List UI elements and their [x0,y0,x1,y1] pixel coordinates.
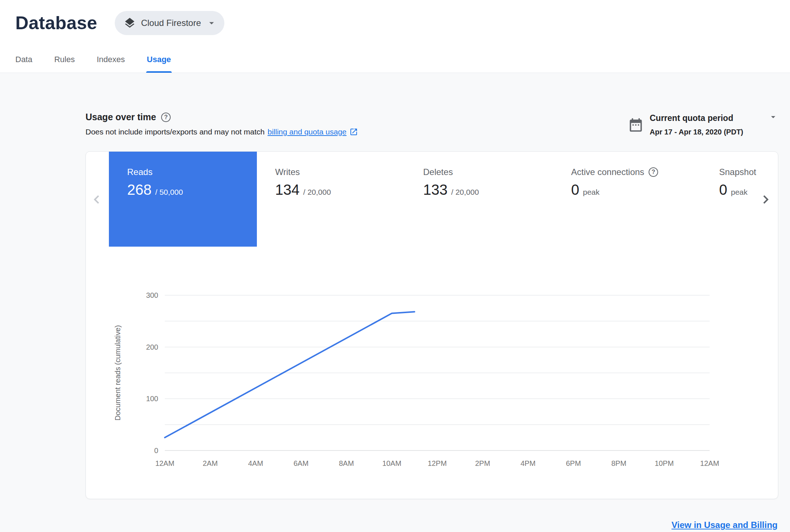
quota-period-range: Apr 17 - Apr 18, 2020 (PDT) [650,128,778,136]
tab-rules[interactable]: Rules [43,46,86,73]
page-header: Database Cloud Firestore [0,0,790,46]
svg-text:8AM: 8AM [339,459,354,467]
svg-text:12AM: 12AM [155,459,174,467]
product-selector-label: Cloud Firestore [141,18,201,28]
tab-usage[interactable]: Usage [136,46,182,73]
svg-text:4AM: 4AM [248,459,263,467]
metric-label: Deletes [423,167,453,177]
svg-text:0: 0 [154,446,158,455]
chevron-left-icon [89,191,105,208]
metric-quota: peak [583,188,600,197]
firestore-logo-icon [124,17,136,29]
carousel-prev-button[interactable] [89,191,105,208]
metric-card-snapshot-listeners[interactable]: Snapshot listeners 0 peak [701,152,757,247]
usage-section-titles: Usage over time ? Does not include impor… [86,112,358,136]
chevron-right-icon [757,191,774,208]
section-title: Usage over time [86,112,156,122]
chevron-down-icon [768,112,778,124]
carousel-next-button[interactable] [757,191,774,208]
metric-value: 0 [719,182,727,198]
metric-quota: / 20,000 [451,188,479,197]
firestore-usage-page: Database Cloud Firestore Data Rules Inde… [0,0,790,532]
metric-value: 134 [275,182,300,198]
metric-quota: peak [731,188,748,197]
svg-text:200: 200 [146,343,158,351]
y-axis-label: Document reads (cumulative) [111,295,124,451]
metric-quota: / 20,000 [303,188,331,197]
product-selector[interactable]: Cloud Firestore [115,11,224,35]
svg-text:12AM: 12AM [700,459,719,467]
page-title: Database [15,12,97,34]
metric-label: Active connections [571,167,644,177]
svg-text:6AM: 6AM [293,459,308,467]
svg-text:8PM: 8PM [611,459,626,467]
usage-content: Usage over time ? Does not include impor… [0,73,790,532]
help-icon[interactable]: ? [649,167,658,177]
billing-usage-link[interactable]: billing and quota usage [267,128,346,136]
metric-card-deletes[interactable]: Deletes 133 / 20,000 [405,152,553,247]
external-link-icon[interactable] [349,128,358,136]
help-icon[interactable]: ? [161,113,171,122]
metric-value: 268 [127,182,152,198]
metric-label: Reads [127,167,152,177]
metric-card-active-connections[interactable]: Active connections ? 0 peak [553,152,701,247]
svg-text:4PM: 4PM [520,459,535,467]
metric-value: 133 [423,182,448,198]
chevron-down-icon [206,18,217,28]
usage-card: Reads 268 / 50,000 Writes 134 / 20,000 D… [86,151,778,499]
svg-text:12PM: 12PM [428,459,447,467]
metric-carousel: Reads 268 / 50,000 Writes 134 / 20,000 D… [109,152,757,247]
metric-label: Snapshot listeners [719,167,757,177]
usage-line-chart: 010020030012AM2AM4AM6AM8AM10AM12PM2PM4PM… [132,281,739,472]
view-usage-billing-link[interactable]: View in Usage and Billing [672,520,778,530]
subtitle-text: Does not include imports/exports and may… [86,128,265,136]
metric-quota: / 50,000 [155,188,183,197]
metric-card-reads[interactable]: Reads 268 / 50,000 [109,152,257,247]
usage-section-header: Usage over time ? Does not include impor… [86,112,778,136]
metric-card-writes[interactable]: Writes 134 / 20,000 [257,152,405,247]
tab-indexes[interactable]: Indexes [86,46,136,73]
tab-data[interactable]: Data [4,46,43,73]
svg-text:10PM: 10PM [655,459,674,467]
svg-text:100: 100 [146,395,158,403]
metric-value: 0 [571,182,579,198]
svg-text:6PM: 6PM [566,459,581,467]
calendar-icon [628,117,644,133]
svg-text:300: 300 [146,291,158,299]
quota-period-label: Current quota period [650,113,733,123]
svg-text:10AM: 10AM [382,459,401,467]
svg-text:2PM: 2PM [475,459,490,467]
section-subtitle: Does not include imports/exports and may… [86,128,358,136]
svg-text:2AM: 2AM [203,459,218,467]
quota-period-select[interactable]: Current quota period [650,112,778,124]
quota-period-controls: Current quota period Apr 17 - Apr 18, 20… [628,112,778,136]
metric-label: Writes [275,167,300,177]
tab-bar: Data Rules Indexes Usage [0,46,790,73]
